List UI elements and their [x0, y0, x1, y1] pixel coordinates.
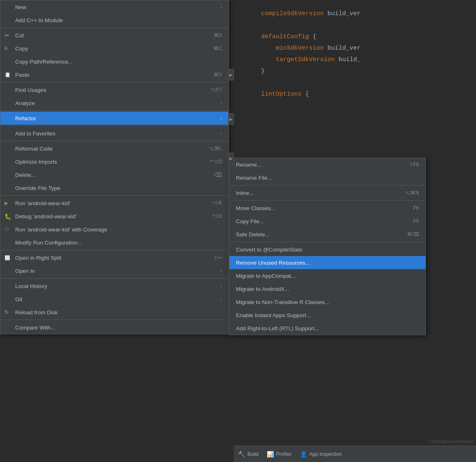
- submenu-item-safe-delete[interactable]: Safe Delete... ⌘⌫: [229, 228, 426, 241]
- code-line-6: }: [246, 66, 464, 77]
- menu-item-cut[interactable]: ✂ Cut ⌘X: [0, 29, 229, 42]
- menu-item-run-coverage[interactable]: 🛡 Run 'android-wear-kid' with Coverage: [0, 223, 229, 236]
- bottom-tab-profiler[interactable]: 📊 Profiler: [267, 451, 292, 457]
- bottom-tab-build[interactable]: 🔨 Build: [238, 451, 259, 457]
- menu-item-refactor[interactable]: Refactor ›: [0, 112, 229, 125]
- context-menu-left: New › Add C++ to Module ✂ Cut ⌘X ⎘ Copy …: [0, 0, 229, 334]
- scroll-indicator-1: ▶: [228, 69, 234, 80]
- separator-8: [0, 278, 229, 279]
- build-icon: 🔨: [238, 451, 245, 457]
- copy-icon: ⎘: [5, 46, 7, 51]
- separator-2: [0, 82, 229, 82]
- bottom-bar: 🔨 Build 📊 Profiler 👤 App Inspection: [234, 446, 476, 462]
- menu-item-add-cpp[interactable]: Add C++ to Module: [0, 14, 229, 27]
- separator-7: [0, 250, 229, 250]
- menu-item-modify-run[interactable]: Modify Run Configuration...: [0, 236, 229, 249]
- scroll-indicator-2: ▶: [228, 113, 234, 125]
- menu-item-override-type[interactable]: Override File Type: [0, 181, 229, 194]
- submenu-item-convert-compile[interactable]: Convert to @CompileStatic: [229, 243, 426, 256]
- submenu-item-move-classes[interactable]: Move Classes... F6: [229, 201, 426, 215]
- menu-item-new[interactable]: New ›: [0, 0, 229, 14]
- code-line-4: minSdkVersion build_ver: [246, 43, 464, 54]
- menu-item-find-usages[interactable]: Find Usages ⌥F7: [0, 83, 229, 96]
- app-inspection-tab-label: App Inspection: [309, 451, 342, 457]
- menu-item-open-in[interactable]: Open In ›: [0, 264, 229, 277]
- menu-item-optimize[interactable]: Optimize Imports ^⌥O: [0, 155, 229, 168]
- code-line-10: [246, 112, 464, 123]
- menu-item-paste[interactable]: 📋 Paste ⌘V: [0, 68, 229, 81]
- submenu-item-rename-file[interactable]: Rename File...: [229, 171, 426, 184]
- code-line-12: [246, 135, 464, 146]
- coverage-icon: 🛡: [5, 227, 9, 232]
- right-sep-2: [229, 200, 426, 201]
- code-line-2: [246, 20, 464, 31]
- separator-9: [0, 320, 229, 320]
- menu-item-copy[interactable]: ⎘ Copy ⌘C: [0, 42, 229, 55]
- submenu-item-enable-instant[interactable]: Enable Instant Apps Support...: [229, 309, 426, 322]
- separator-5: [0, 141, 229, 141]
- code-line-3: defaultConfig {: [246, 31, 464, 43]
- debug-icon: 🐛: [5, 213, 11, 220]
- paste-icon: 📋: [5, 72, 11, 78]
- separator-3: [0, 110, 229, 111]
- code-line-9: [246, 100, 464, 112]
- menu-item-analyze[interactable]: Analyze ›: [0, 96, 229, 110]
- separator-6: [0, 195, 229, 196]
- separator-1: [0, 27, 229, 28]
- menu-item-add-favorites[interactable]: Add to Favorites ›: [0, 127, 229, 140]
- menu-item-reformat[interactable]: Reformat Code ⌥⌘L: [0, 142, 229, 155]
- inspection-icon: 👤: [300, 451, 307, 457]
- submenu-item-migrate-appcompat[interactable]: Migrate to AppCompat...: [229, 269, 426, 282]
- submenu-item-migrate-androidx[interactable]: Migrate to AndroidX...: [229, 282, 426, 295]
- menu-item-debug[interactable]: 🐛 Debug 'android-wear-kid' ^⇧D: [0, 210, 229, 223]
- code-line-13: [246, 146, 464, 158]
- menu-item-git[interactable]: Git ›: [0, 293, 229, 306]
- cut-icon: ✂: [5, 32, 9, 39]
- bottom-tab-app-inspection[interactable]: 👤 App Inspection: [300, 451, 342, 457]
- split-icon: ⬜: [5, 255, 10, 261]
- menu-item-open-right-split[interactable]: ⬜ Open in Right Split ⇧↩: [0, 251, 229, 264]
- code-line-7: [246, 77, 464, 89]
- profiler-icon: 📊: [267, 451, 274, 457]
- submenu-item-rename[interactable]: Rename... ⇧F6: [229, 158, 426, 171]
- menu-item-reload[interactable]: ↻ Reload from Disk: [0, 306, 229, 319]
- submenu-item-add-rtl[interactable]: Add Right-to-Left (RTL) Support...: [229, 322, 426, 335]
- code-line-11: [246, 123, 464, 135]
- submenu-item-migrate-non-transitive[interactable]: Migrate to Non-Transitive R Classes...: [229, 295, 426, 309]
- scroll-indicator-3: ▶: [228, 153, 234, 164]
- profiler-tab-label: Profiler: [276, 451, 292, 457]
- menu-item-copy-path[interactable]: Copy Path/Reference...: [0, 55, 229, 68]
- menu-item-run[interactable]: ▶ Run 'android-wear-kid' ^⇧R: [0, 197, 229, 210]
- separator-4: [0, 126, 229, 126]
- code-line-1: compileSdkVersion build_ver: [246, 8, 464, 20]
- build-tab-label: Build: [247, 451, 259, 457]
- submenu-item-remove-unused[interactable]: Remove Unused Resources...: [229, 256, 426, 269]
- menu-item-delete[interactable]: Delete... ⌫: [0, 168, 229, 181]
- menu-item-local-history[interactable]: Local History ›: [0, 279, 229, 293]
- menu-item-compare-with[interactable]: Compare With...: [0, 321, 229, 334]
- code-line-5: targetSdkVersion build_: [246, 54, 464, 66]
- reload-icon: ↻: [5, 309, 9, 315]
- run-icon: ▶: [5, 200, 8, 206]
- context-menu-right: Rename... ⇧F6 Rename File... Inline... ⌥…: [229, 158, 426, 335]
- watermark: CSDN@VincentWei95: [429, 439, 474, 444]
- submenu-item-inline[interactable]: Inline... ⌥⌘N: [229, 186, 426, 199]
- right-sep-1: [229, 185, 426, 185]
- right-sep-3: [229, 242, 426, 242]
- code-line-8: lintOptions {: [246, 89, 464, 100]
- submenu-item-copy-file[interactable]: Copy File... F5: [229, 215, 426, 228]
